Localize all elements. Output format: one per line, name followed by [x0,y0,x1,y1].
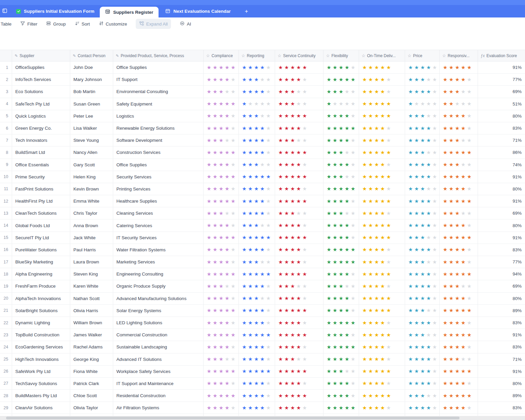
row-number[interactable]: 26 [0,365,12,377]
compliance-rating-cell[interactable]: ★★★★★ [203,402,238,414]
on_time_delivery-rating-cell[interactable]: ★★★★★ [359,159,405,171]
row-number[interactable]: 27 [0,377,12,389]
product-cell[interactable]: Organic Produce Supply [113,280,203,292]
on_time_delivery-rating-cell[interactable]: ★★★★★ [359,110,405,122]
price-rating-cell[interactable]: ★★★★★ [405,341,439,353]
price-rating-cell[interactable]: ★★★★★ [405,390,439,402]
toolbar-ai-button[interactable]: AI [180,21,191,27]
responsiveness-rating-cell[interactable]: ★★★★★ [439,317,478,329]
contact-cell[interactable]: Mary Johnson [70,74,113,86]
on_time_delivery-rating-cell[interactable]: ★★★★★ [359,341,405,353]
flexibility-rating-cell[interactable]: ★★★★★ [323,86,359,98]
on_time_delivery-rating-cell[interactable]: ★★★★★ [359,183,405,195]
row-number[interactable]: 24 [0,341,12,353]
responsiveness-rating-cell[interactable]: ★★★★★ [439,304,478,317]
flexibility-rating-cell[interactable]: ★★★★★ [323,377,359,389]
evaluation-score-cell[interactable]: 91% [478,365,525,377]
price-rating-cell[interactable]: ★★★★★ [405,256,439,268]
flexibility-rating-cell[interactable]: ★★★★★ [323,195,359,207]
service_continuity-rating-cell[interactable]: ★★★★★ [275,159,323,171]
contact-cell[interactable]: Helen King [70,171,113,183]
supplier-cell[interactable]: AlphaTech Innovations [12,292,70,304]
reporting-rating-cell[interactable]: ★★★★★ [238,244,275,256]
supplier-cell[interactable]: InfoTech Services [12,74,70,86]
evaluation-score-cell[interactable]: 86% [478,146,525,159]
product-cell[interactable]: Healthcare Supplies [113,195,203,207]
on_time_delivery-rating-cell[interactable]: ★★★★★ [359,365,405,377]
responsiveness-rating-cell[interactable]: ★★★★★ [439,134,478,146]
price-rating-cell[interactable]: ★★★★★ [405,244,439,256]
service_continuity-rating-cell[interactable]: ★★★★★ [275,377,323,389]
contact-cell[interactable]: Lisa Walker [70,122,113,134]
supplier-cell[interactable]: Tech Innovators [12,134,70,146]
toolbar-customize-button[interactable]: Customize [99,21,127,27]
service_continuity-rating-cell[interactable]: ★★★★★ [275,98,323,110]
flexibility-rating-cell[interactable]: ★★★★★ [323,98,359,110]
row-number[interactable]: 1 [0,61,12,74]
evaluation-score-cell[interactable]: 91% [478,329,525,341]
responsiveness-rating-cell[interactable]: ★★★★★ [439,390,478,402]
product-cell[interactable]: Environmental Consulting [113,86,203,98]
toolbar-filter-button[interactable]: Filter [20,21,37,27]
compliance-rating-cell[interactable]: ★★★★★ [203,268,238,280]
on_time_delivery-rating-cell[interactable]: ★★★★★ [359,329,405,341]
flexibility-rating-cell[interactable]: ★★★★★ [323,146,359,159]
flexibility-rating-cell[interactable]: ★★★★★ [323,365,359,377]
on_time_delivery-rating-cell[interactable]: ★★★★★ [359,268,405,280]
evaluation-score-cell[interactable]: 80% [478,377,525,389]
supplier-cell[interactable]: EcoGardening Services [12,341,70,353]
supplier-cell[interactable]: Global Foods Ltd [12,219,70,232]
price-rating-cell[interactable]: ★★★★★ [405,61,439,74]
evaluation-score-cell[interactable]: 83% [478,402,525,414]
column-header-compliance[interactable]: ☆Compliance [203,50,238,61]
reporting-rating-cell[interactable]: ★★★★★ [238,232,275,244]
evaluation-score-cell[interactable]: 80% [478,292,525,304]
service_continuity-rating-cell[interactable]: ★★★★★ [275,183,323,195]
flexibility-rating-cell[interactable]: ★★★★★ [323,110,359,122]
service_continuity-rating-cell[interactable]: ★★★★★ [275,207,323,219]
row-number[interactable]: 12 [0,195,12,207]
flexibility-rating-cell[interactable]: ★★★★★ [323,122,359,134]
compliance-rating-cell[interactable]: ★★★★★ [203,122,238,134]
compliance-rating-cell[interactable]: ★★★★★ [203,390,238,402]
evaluation-score-cell[interactable]: 83% [478,341,525,353]
service_continuity-rating-cell[interactable]: ★★★★★ [275,402,323,414]
supplier-cell[interactable]: PureWater Solutions [12,244,70,256]
responsiveness-rating-cell[interactable]: ★★★★★ [439,61,478,74]
price-rating-cell[interactable]: ★★★★★ [405,159,439,171]
evaluation-score-cell[interactable]: 83% [478,122,525,134]
column-header-on_time_delivery[interactable]: ☆On-Time Deliv... [359,50,405,61]
contact-cell[interactable]: Jack White [70,232,113,244]
supplier-cell[interactable]: BlueSky Marketing [12,256,70,268]
price-rating-cell[interactable]: ★★★★★ [405,195,439,207]
flexibility-rating-cell[interactable]: ★★★★★ [323,159,359,171]
product-cell[interactable]: Advanced Manufacturing Solutions [113,292,203,304]
row-number[interactable]: 21 [0,304,12,317]
responsiveness-rating-cell[interactable]: ★★★★★ [439,329,478,341]
reporting-rating-cell[interactable]: ★★★★★ [238,159,275,171]
product-cell[interactable]: Residential Construction [113,390,203,402]
column-header-responsiveness[interactable]: ☆Responsiv... [439,50,478,61]
flexibility-rating-cell[interactable]: ★★★★★ [323,329,359,341]
column-header-product[interactable]: ✎Provided Product, Service, Process [113,50,203,61]
compliance-rating-cell[interactable]: ★★★★★ [203,244,238,256]
evaluation-score-cell[interactable]: 91% [478,195,525,207]
contact-cell[interactable]: George King [70,353,113,365]
row-number[interactable]: 7 [0,134,12,146]
price-rating-cell[interactable]: ★★★★★ [405,353,439,365]
contact-cell[interactable]: Chloe Scott [70,390,113,402]
product-cell[interactable]: IT Security Services [113,232,203,244]
reporting-rating-cell[interactable]: ★★★★★ [238,292,275,304]
evaluation-score-cell[interactable]: 69% [478,86,525,98]
contact-cell[interactable]: Laura Brown [70,256,113,268]
service_continuity-rating-cell[interactable]: ★★★★★ [275,317,323,329]
scrollbar-thumb[interactable] [6,417,460,419]
service_continuity-rating-cell[interactable]: ★★★★★ [275,219,323,232]
product-cell[interactable]: Solar Energy Systems [113,304,203,317]
on_time_delivery-rating-cell[interactable]: ★★★★★ [359,134,405,146]
toolbar-group-button[interactable]: Group [46,21,66,27]
on_time_delivery-rating-cell[interactable]: ★★★★★ [359,353,405,365]
price-rating-cell[interactable]: ★★★★★ [405,183,439,195]
reporting-rating-cell[interactable]: ★★★★★ [238,134,275,146]
responsiveness-rating-cell[interactable]: ★★★★★ [439,98,478,110]
